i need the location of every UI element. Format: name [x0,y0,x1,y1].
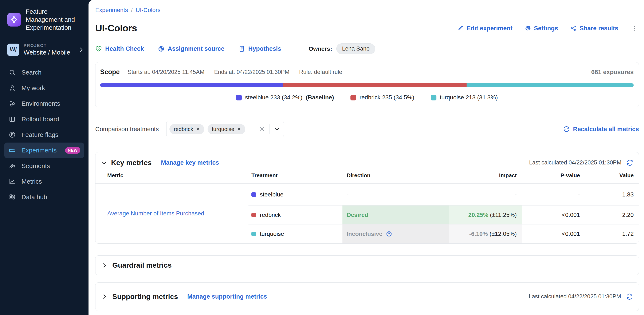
p-value-cell: - [522,184,586,206]
owner-pill[interactable]: Lena Sano [336,43,375,54]
expand-chevron-right-icon[interactable] [101,262,108,269]
impact-confidence-interval: (±11.25%) [490,212,517,218]
line-chart-icon [8,178,16,185]
metric-link[interactable]: Average Number of Items Purchased [107,210,204,217]
impact-value: -6.10% [469,231,488,237]
treatment-name: redbrick [260,212,281,218]
legend-item-turquoise: turquoise 213 (31.3%) [431,94,498,101]
app-title: Feature Management and Experimentation [26,7,84,31]
value-cell: 1.72 [586,225,639,243]
hexagons-icon [8,100,16,107]
sidebar-item-data-hub[interactable]: Data hub [4,189,84,205]
sidebar-item-my-work[interactable]: My work [4,80,84,96]
sidebar-item-environments[interactable]: Environments [4,96,84,111]
column-header-impact: Impact [449,172,522,184]
settings-label: Settings [534,25,558,32]
treatment-name: turquoise [260,231,284,237]
sidebar-item-segments[interactable]: Segments [4,158,84,174]
treatment-name: steelblue [260,191,284,198]
pencil-icon [457,25,464,31]
kebab-menu-icon[interactable] [630,24,639,32]
edit-experiment-label: Edit experiment [466,25,512,32]
redbrick-dot [252,213,256,217]
assignment-source-label: Assignment source [168,45,224,52]
chip-redbrick: redbrick [170,124,204,134]
breadcrumb-experiments-link[interactable]: Experiments [95,7,128,13]
supporting-metrics-meta: Last calculated 04/22/2025 01:30PM [529,293,633,300]
gear-icon [525,25,531,31]
chip-turquoise: turquoise [208,124,245,134]
refresh-icon[interactable] [626,293,633,300]
key-metrics-title: Key metrics [111,159,152,167]
project-name: Website / Mobile [24,49,70,56]
manage-key-metrics-link[interactable]: Manage key metrics [161,159,219,166]
heart-check-icon [95,45,102,52]
recalculate-all-metrics-button[interactable]: Recalculate all metrics [563,126,639,133]
impact-cell: - [449,184,522,206]
breadcrumb-separator: / [131,7,133,13]
scope-title: Scope [100,68,120,76]
share-results-button[interactable]: Share results [570,25,618,32]
sidebar-item-label: Experiments [22,147,57,154]
column-header-treatment: Treatment [248,172,342,184]
clear-selection-icon[interactable] [259,126,265,132]
steelblue-dot [252,192,256,197]
value-cell: 2.20 [586,206,639,225]
edit-experiment-button[interactable]: Edit experiment [457,25,512,32]
treatment-cell: turquoise [248,225,342,243]
turquoise-dot [252,232,256,236]
impact-confidence-interval: (±12.05%) [490,231,517,237]
page-title: UI-Colors [95,23,137,34]
page-header: UI-Colors Edit experiment Settings [95,23,639,34]
sidebar-item-label: My work [22,84,45,92]
impact-value: 20.25% [468,212,488,218]
bar-segment-turquoise [466,83,634,87]
sidebar-item-experiments[interactable]: Experiments NEW [4,143,84,158]
sidebar-item-label: Feature flags [22,131,58,138]
last-calculated-text: Last calculated 04/22/2025 01:30PM [529,293,621,300]
sidebar-item-label: Rollout board [22,116,59,123]
scope-header: Scope Starts at: 04/20/2025 11:45AM Ends… [100,68,634,76]
comparison-treatments-label: Comparison treatments [95,126,159,133]
scope-card: Scope Starts at: 04/20/2025 11:45AM Ends… [95,62,639,107]
owners-group: Owners: Lena Sano [308,43,375,54]
sidebar-item-metrics[interactable]: Metrics [4,174,84,189]
assignment-source-link[interactable]: Assignment source [158,45,224,52]
chevron-down-icon[interactable] [274,126,280,132]
sidebar-item-feature-flags[interactable]: Feature flags [4,127,84,143]
settings-button[interactable]: Settings [525,25,558,32]
health-check-link[interactable]: Health Check [95,45,144,52]
project-switcher[interactable]: W/ PROJECT Website / Mobile [0,38,88,61]
hypothesis-link[interactable]: Hypothesis [238,45,281,52]
sidebar: Feature Management and Experimentation W… [0,0,88,315]
user-icon [8,84,16,92]
treatment-legend: steelblue 233 (34.2%) (Baseline) redbric… [100,94,634,101]
flag-circle-icon [8,131,16,138]
legend-item-redbrick: redbrick 235 (34.5%) [350,94,414,101]
share-icon [570,25,576,31]
metric-name-cell: Average Number of Items Purchased [96,184,248,243]
legend-item-steelblue: steelblue 233 (34.2%) (Baseline) [236,94,334,101]
chip-remove-icon[interactable] [196,127,200,131]
main-content: Experiments/UI-Colors UI-Colors Edit exp… [88,0,644,315]
sidebar-item-search[interactable]: Search [4,65,84,80]
baseline-label: (Baseline) [306,94,334,101]
steelblue-swatch [236,95,242,100]
manage-supporting-metrics-link[interactable]: Manage supporting metrics [187,293,267,300]
key-metrics-header: Key metrics Manage key metrics Last calc… [96,152,639,172]
experiment-meta-row: Health Check Assignment source Hypothesi… [95,43,639,54]
expand-chevron-right-icon[interactable] [101,294,108,300]
sidebar-item-rollout-board[interactable]: Rollout board [4,111,84,127]
breadcrumb-current-link[interactable]: UI-Colors [136,7,160,13]
table-row-steelblue: Average Number of Items Purchased steelb… [96,184,639,206]
column-header-metric: Metric [96,172,248,184]
collapse-chevron-down-icon[interactable] [101,160,107,166]
comparison-treatments-select[interactable]: redbrick turquoise [166,121,284,137]
chip-remove-icon[interactable] [237,127,241,131]
question-circle-icon[interactable] [386,231,392,237]
sidebar-nav: Search My work Environments Rollout boar… [0,61,88,205]
scope-ends: Ends at: 04/22/2025 01:30PM [214,69,289,75]
scope-rule: Rule: default rule [299,69,342,75]
key-metrics-card: Key metrics Manage key metrics Last calc… [95,152,639,244]
refresh-icon[interactable] [626,159,633,166]
